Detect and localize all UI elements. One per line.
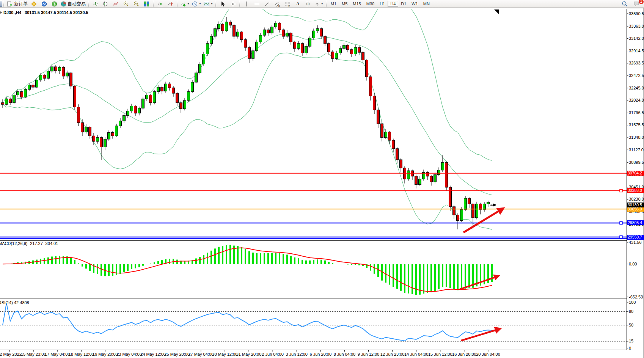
market-button[interactable] bbox=[29, 0, 39, 8]
zoom-in-icon bbox=[123, 1, 129, 7]
svg-text:E: E bbox=[278, 5, 280, 7]
indicators-icon bbox=[180, 1, 186, 7]
fibonacci-button[interactable]: F bbox=[283, 0, 293, 8]
bars-chart-button[interactable] bbox=[90, 0, 101, 8]
timeframe-button-M15[interactable]: M15 bbox=[350, 1, 363, 7]
timeframe-button-W1[interactable]: W1 bbox=[409, 1, 421, 7]
line-chart-button[interactable] bbox=[111, 0, 121, 8]
template-icon bbox=[204, 1, 209, 7]
fibonacci-icon: F bbox=[285, 1, 291, 7]
market-icon bbox=[31, 1, 37, 7]
mt4-window: { "toolbar": { "new_order_label": "新订单",… bbox=[0, 0, 644, 358]
trendline-icon bbox=[264, 1, 270, 7]
signals-button[interactable] bbox=[49, 0, 60, 8]
signals-icon bbox=[52, 1, 57, 7]
horizontal-line-icon bbox=[254, 1, 260, 7]
toolbar-grip[interactable] bbox=[152, 1, 154, 7]
arrows-button[interactable]: ▼ bbox=[313, 0, 325, 8]
autotrade-label: 自动交易 bbox=[68, 1, 86, 7]
zoom-in-button[interactable] bbox=[121, 0, 131, 8]
arrows-tool-icon bbox=[314, 1, 320, 7]
chart-shift-icon bbox=[168, 1, 173, 7]
dropdown-caret-icon: ▼ bbox=[321, 0, 324, 7]
toolbar-grip[interactable] bbox=[239, 1, 241, 7]
autotrade-icon bbox=[61, 1, 66, 7]
chart-shift-button[interactable] bbox=[165, 0, 176, 8]
dropdown-caret-icon: ▼ bbox=[187, 0, 190, 7]
horizontal-line-button[interactable] bbox=[252, 0, 262, 8]
dropdown-caret-icon: ▼ bbox=[199, 0, 201, 7]
line-chart-icon bbox=[113, 1, 119, 7]
crosshair-icon bbox=[230, 1, 236, 7]
toolbar-grip[interactable] bbox=[88, 1, 90, 7]
trendline-button[interactable] bbox=[262, 0, 272, 8]
templates-button[interactable]: ▼ bbox=[203, 0, 214, 8]
timeframe-button-M5[interactable]: M5 bbox=[339, 1, 350, 7]
candles-chart-button[interactable] bbox=[101, 0, 111, 8]
autotrade-button[interactable]: 自动交易 bbox=[60, 0, 87, 8]
timeframe-button-H4[interactable]: H4 bbox=[388, 1, 398, 7]
cursor-icon bbox=[220, 1, 226, 7]
notifications-button[interactable]: 1 bbox=[631, 0, 642, 8]
svg-text:F: F bbox=[288, 5, 290, 7]
toolbar-grip[interactable] bbox=[325, 1, 327, 7]
label-button[interactable]: T bbox=[303, 0, 313, 8]
new-order-label: 新订单 bbox=[14, 1, 28, 7]
community-button[interactable] bbox=[39, 0, 49, 8]
zoom-out-button[interactable] bbox=[131, 0, 141, 8]
channel-button[interactable]: E bbox=[272, 0, 283, 8]
notification-badge: 1 bbox=[639, 0, 644, 4]
toolbar-grip[interactable] bbox=[176, 1, 178, 7]
chart-canvas[interactable] bbox=[0, 0, 644, 358]
toolbar-right: 1 bbox=[620, 0, 644, 8]
app-edge-icon bbox=[0, 1, 2, 7]
bars-chart-icon bbox=[93, 1, 98, 7]
search-button[interactable] bbox=[620, 0, 630, 8]
vertical-line-button[interactable] bbox=[242, 0, 252, 8]
timeframe-group: M1M5M15M30H1H4D1W1MN bbox=[328, 1, 432, 7]
periods-button[interactable]: ▼ bbox=[191, 0, 203, 8]
new-order-icon bbox=[7, 1, 13, 7]
candles-chart-icon bbox=[103, 1, 108, 7]
text-tool-icon: A bbox=[296, 1, 300, 7]
vertical-line-icon bbox=[244, 1, 250, 7]
auto-scroll-button[interactable] bbox=[155, 0, 165, 8]
new-order-button[interactable]: 新订单 bbox=[6, 0, 29, 8]
main-toolbar: 新订单 自动交易 ▼ ▼ bbox=[0, 0, 644, 8]
tile-windows-button[interactable] bbox=[141, 0, 152, 8]
dropdown-caret-icon: ▼ bbox=[210, 0, 213, 7]
toolbar-grip[interactable] bbox=[215, 1, 217, 7]
label-tool-icon: T bbox=[306, 2, 310, 6]
tile-windows-icon bbox=[144, 1, 149, 7]
cursor-button[interactable] bbox=[218, 0, 228, 8]
toolbar-grip[interactable] bbox=[3, 1, 5, 7]
auto-scroll-icon bbox=[157, 1, 163, 7]
text-button[interactable]: A bbox=[293, 0, 303, 8]
timeframe-button-M30[interactable]: M30 bbox=[364, 1, 377, 7]
zoom-out-icon bbox=[134, 1, 139, 7]
clock-icon bbox=[192, 1, 198, 7]
search-icon bbox=[622, 1, 628, 7]
timeframe-button-H1[interactable]: H1 bbox=[377, 1, 388, 7]
timeframe-button-MN[interactable]: MN bbox=[421, 1, 432, 7]
crosshair-button[interactable] bbox=[228, 0, 238, 8]
timeframe-button-M1[interactable]: M1 bbox=[328, 1, 339, 7]
indicators-button[interactable]: ▼ bbox=[179, 0, 191, 8]
community-icon bbox=[41, 1, 47, 7]
timeframe-button-D1[interactable]: D1 bbox=[398, 1, 409, 7]
channel-icon: E bbox=[275, 1, 280, 7]
